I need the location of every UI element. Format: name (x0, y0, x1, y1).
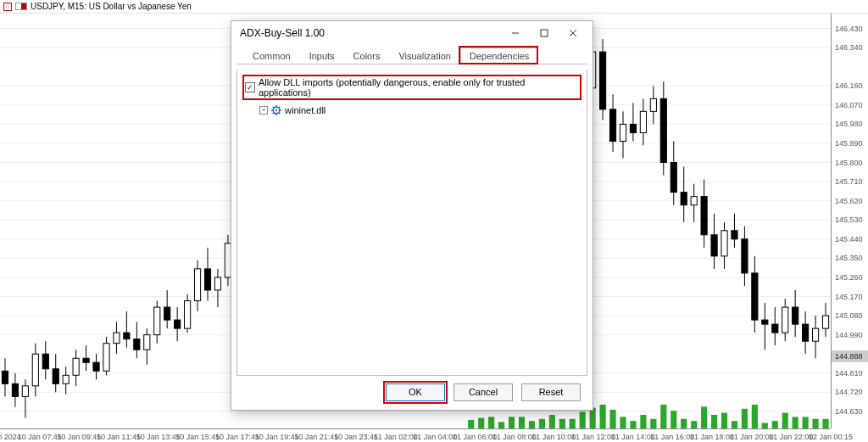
svg-rect-215 (793, 417, 798, 428)
svg-rect-204 (681, 419, 687, 428)
svg-rect-199 (630, 421, 636, 428)
time-tick: 11 Jan 08:00 (492, 433, 537, 441)
svg-rect-166 (742, 239, 748, 273)
price-tick: 145.260 (835, 273, 863, 282)
svg-rect-190 (539, 419, 545, 428)
price-tick: 144.990 (835, 331, 863, 339)
dialog-titlebar[interactable]: ADX-Buy-Sell 1.00 (231, 21, 593, 45)
minimize-button[interactable] (501, 21, 530, 45)
svg-rect-172 (772, 324, 778, 333)
price-tick: 145.980 (835, 120, 863, 128)
tab-dependencies[interactable]: Dependencies (460, 48, 538, 64)
gear-icon (271, 105, 281, 115)
close-button[interactable] (559, 21, 587, 45)
svg-line-230 (279, 113, 281, 115)
price-tick: 145.620 (835, 197, 863, 205)
price-tick: 145.890 (835, 139, 863, 148)
price-tick: 146.070 (835, 101, 863, 109)
allow-dll-row[interactable]: ✓ Allow DLL imports (potentially dangero… (242, 75, 581, 100)
svg-rect-187 (509, 417, 515, 428)
price-tick: 146.340 (835, 43, 863, 52)
time-tick: 11 Jan 04:00 (413, 433, 457, 441)
allow-dll-checkbox[interactable]: ✓ (245, 82, 255, 92)
price-tick: 145.440 (835, 235, 863, 243)
tab-inputs[interactable]: Inputs (300, 48, 344, 64)
allow-dll-label: Allow DLL imports (potentially dangerous… (259, 77, 576, 98)
svg-rect-38 (93, 362, 99, 371)
svg-rect-205 (691, 421, 697, 428)
time-tick: 11 Jan 22:00 (769, 433, 813, 441)
svg-rect-60 (204, 269, 210, 290)
svg-rect-197 (609, 410, 615, 428)
svg-rect-152 (670, 163, 676, 193)
time-tick: 10 Jan 11:45 (97, 433, 141, 441)
ea-properties-dialog: ADX-Buy-Sell 1.00 CommonInputsColorsVisu… (231, 20, 593, 411)
price-tick: 144.720 (835, 388, 863, 396)
price-tick: 145.080 (835, 311, 863, 320)
svg-rect-211 (752, 405, 758, 428)
time-tick: 11 Jan 18:00 (690, 433, 734, 441)
price-tick: 146.430 (835, 25, 863, 33)
dialog-footer: OK Cancel Reset (231, 381, 593, 410)
svg-rect-30 (53, 369, 58, 384)
svg-rect-32 (63, 375, 69, 383)
svg-line-231 (273, 113, 275, 115)
svg-rect-164 (732, 231, 737, 239)
svg-point-224 (275, 109, 277, 111)
svg-rect-213 (772, 421, 778, 428)
tree-expander-icon[interactable]: + (259, 106, 268, 115)
tab-visualization[interactable]: Visualization (389, 48, 460, 64)
dialog-tabs: CommonInputsColorsVisualizationDependenc… (236, 45, 587, 64)
svg-rect-140 (609, 109, 615, 142)
price-tick: 146.160 (835, 81, 863, 90)
svg-rect-20 (2, 371, 8, 383)
svg-rect-56 (185, 301, 191, 329)
svg-rect-150 (660, 98, 666, 162)
dependency-tree-item[interactable]: + wininet.dll (242, 105, 581, 115)
tab-colors[interactable]: Colors (344, 48, 390, 64)
svg-rect-185 (488, 417, 494, 428)
svg-rect-195 (590, 408, 596, 428)
dialog-title: ADX-Buy-Sell 1.00 (240, 27, 325, 39)
svg-rect-28 (42, 354, 48, 369)
svg-rect-193 (570, 419, 576, 428)
svg-rect-42 (114, 333, 120, 344)
chart-title: USDJPY, M15: US Dollar vs Japanese Yen (31, 2, 192, 11)
svg-rect-214 (782, 413, 788, 428)
svg-rect-58 (194, 269, 200, 301)
svg-rect-160 (711, 235, 717, 256)
price-axis: 144.888 146.430146.340146.160146.070145.… (831, 14, 868, 428)
svg-rect-44 (124, 333, 130, 339)
svg-rect-183 (468, 420, 474, 428)
svg-rect-208 (721, 413, 727, 428)
svg-rect-182 (822, 316, 828, 328)
time-tick: 10 Jan 15:45 (175, 433, 220, 441)
tab-common[interactable]: Common (243, 48, 300, 64)
price-tick: 145.710 (835, 177, 863, 186)
cancel-button[interactable]: Cancel (453, 383, 513, 401)
svg-rect-217 (812, 419, 818, 428)
time-tick: 10 Jan 19:45 (255, 433, 299, 441)
ok-button[interactable]: OK (386, 383, 445, 401)
svg-rect-24 (22, 386, 28, 397)
reset-button[interactable]: Reset (521, 383, 581, 401)
flag-icon (15, 3, 27, 10)
svg-rect-176 (793, 307, 798, 324)
maximize-button[interactable] (530, 21, 559, 45)
svg-rect-40 (103, 344, 109, 372)
svg-line-229 (273, 107, 275, 109)
svg-rect-34 (73, 358, 79, 375)
svg-rect-184 (478, 418, 484, 428)
tree-item-label: wininet.dll (285, 105, 326, 115)
svg-rect-174 (782, 307, 788, 333)
svg-rect-192 (559, 419, 565, 428)
svg-rect-46 (134, 339, 140, 350)
svg-rect-218 (822, 419, 828, 428)
time-tick: 12 Jan 00:15 (809, 433, 853, 441)
price-tick: 144.630 (835, 407, 863, 416)
price-tick: 144.810 (835, 369, 863, 378)
svg-rect-203 (670, 411, 676, 428)
time-tick: 11 Jan 10:00 (531, 433, 576, 441)
svg-rect-146 (640, 111, 646, 132)
svg-rect-201 (650, 419, 656, 428)
